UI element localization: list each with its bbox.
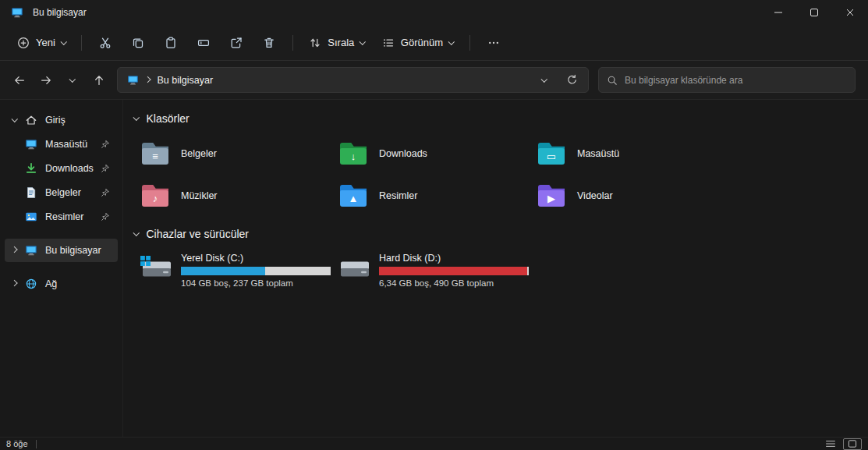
arrow-left-icon (13, 74, 26, 87)
search-input[interactable] (625, 75, 847, 86)
pin-icon (101, 212, 110, 221)
folder-icon: ▶ (538, 185, 565, 207)
folder-tile-muzikler[interactable]: ♪ Müzikler (134, 175, 332, 217)
network-icon (23, 278, 39, 290)
sidebar-item-label: Belgeler (45, 187, 81, 198)
close-button[interactable] (832, 0, 868, 25)
copy-button[interactable] (122, 30, 154, 56)
view-label: Görünüm (401, 37, 443, 48)
sidebar: Giriş Masaüstü Downloads (0, 100, 123, 437)
folder-tile-masaustu[interactable]: ▭ Masaüstü (530, 133, 728, 175)
chevron-down-icon[interactable] (8, 118, 22, 122)
explorer-body: Giriş Masaüstü Downloads (0, 100, 868, 437)
ellipsis-icon (487, 37, 500, 49)
sidebar-item-label: Masaüstü (45, 139, 87, 150)
folder-icon: ↓ (340, 143, 367, 165)
sidebar-item-network[interactable]: Ağ (5, 272, 118, 296)
drive-info: 6,34 GB boş, 490 GB toplam (379, 278, 529, 288)
this-pc-icon (23, 244, 39, 257)
minimize-button[interactable] (760, 0, 796, 25)
back-button[interactable] (6, 68, 33, 93)
rename-button[interactable] (188, 30, 219, 56)
paste-button[interactable] (155, 30, 186, 56)
pin-icon (101, 140, 110, 149)
windows-logo-icon (140, 256, 151, 266)
status-bar: 8 öğe (0, 437, 868, 450)
search-box (598, 67, 856, 93)
up-button[interactable] (86, 68, 112, 93)
drive-usage-fill (181, 267, 265, 275)
folder-tile-resimler[interactable]: ▲ Resimler (332, 175, 530, 217)
sidebar-item-pictures[interactable]: Resimler (5, 205, 118, 229)
folder-name: Resimler (379, 190, 417, 201)
search-icon (607, 75, 618, 86)
folder-name: Downloads (379, 148, 427, 159)
details-view-button[interactable] (821, 438, 840, 450)
drive-tile-d[interactable]: Hard Disk (D:) 6,34 GB boş, 490 GB topla… (332, 246, 530, 292)
maximize-button[interactable] (796, 0, 832, 25)
sidebar-item-documents[interactable]: Belgeler (5, 181, 118, 204)
desktop-icon (23, 138, 39, 151)
cut-button[interactable] (90, 30, 121, 56)
drive-name: Hard Disk (D:) (379, 253, 529, 264)
drive-usage-bar (379, 267, 529, 275)
sidebar-item-this-pc[interactable]: Bu bilgisayar (5, 239, 118, 262)
chevron-right-icon (144, 76, 151, 83)
documents-icon (23, 186, 39, 199)
folder-icon: ≡ (142, 143, 168, 165)
sidebar-item-label: Ağ (45, 278, 57, 289)
view-button[interactable]: Görünüm (374, 30, 462, 56)
folder-emblem: ▭ (547, 151, 556, 161)
folder-name: Masaüstü (577, 148, 619, 159)
this-pc-icon (11, 6, 23, 19)
large-icons-view-icon (847, 440, 858, 448)
sidebar-item-home[interactable]: Giriş (5, 108, 118, 132)
arrow-right-icon (40, 74, 52, 87)
folder-name: Müzikler (181, 190, 218, 201)
recent-locations-button[interactable] (59, 68, 86, 93)
statusbar-divider (36, 440, 37, 448)
address-dropdown-button[interactable] (534, 70, 554, 90)
drive-meta: Yerel Disk (C:) 104 GB boş, 237 GB topla… (181, 251, 331, 288)
large-icons-view-button[interactable] (843, 438, 862, 450)
folder-tile-belgeler[interactable]: ≡ Belgeler (134, 133, 332, 175)
folder-icon: ♪ (142, 185, 168, 207)
breadcrumb[interactable]: Bu bilgisayar (158, 75, 214, 86)
section-header-folders[interactable]: Klasörler (134, 108, 868, 129)
delete-button[interactable] (253, 30, 285, 56)
share-button[interactable] (221, 30, 252, 56)
new-button[interactable]: Yeni (9, 30, 73, 56)
sidebar-item-label: Giriş (45, 115, 66, 126)
sidebar-item-label: Resimler (45, 211, 83, 222)
more-options-button[interactable] (478, 30, 509, 56)
pictures-icon (23, 211, 39, 223)
sort-label: Sırala (328, 37, 354, 48)
folder-emblem: ≡ (152, 151, 158, 161)
drive-icon (340, 260, 370, 280)
window-controls (760, 0, 868, 25)
section-header-drives[interactable]: Cihazlar ve sürücüler (134, 223, 868, 245)
refresh-button[interactable] (562, 70, 582, 90)
chevron-down-icon (360, 38, 366, 44)
drive-tile-c[interactable]: Yerel Disk (C:) 104 GB boş, 237 GB topla… (134, 246, 332, 292)
sort-button[interactable]: Sırala (301, 30, 372, 56)
folder-icon: ▭ (538, 143, 565, 165)
chevron-right-icon[interactable] (8, 248, 22, 253)
file-explorer-window: Bu bilgisayar Yeni (0, 0, 868, 450)
folder-tile-downloads[interactable]: ↓ Downloads (332, 133, 530, 175)
sidebar-item-desktop[interactable]: Masaüstü (5, 133, 118, 156)
plus-circle-icon (17, 37, 30, 49)
sidebar-item-downloads[interactable]: Downloads (5, 157, 118, 180)
folder-tile-videolar[interactable]: ▶ Videolar (530, 175, 728, 217)
chevron-right-icon[interactable] (8, 282, 22, 286)
rename-icon (197, 37, 210, 49)
forward-button[interactable] (33, 68, 59, 93)
window-title: Bu bilgisayar (33, 7, 87, 18)
this-pc-icon (127, 74, 139, 86)
pin-icon (101, 164, 110, 173)
address-bar[interactable]: Bu bilgisayar (117, 67, 589, 93)
chevron-down-icon (69, 76, 76, 82)
command-toolbar: Yeni Sırala (0, 25, 868, 61)
details-view-icon (825, 440, 836, 448)
section-title: Klasörler (147, 112, 190, 125)
